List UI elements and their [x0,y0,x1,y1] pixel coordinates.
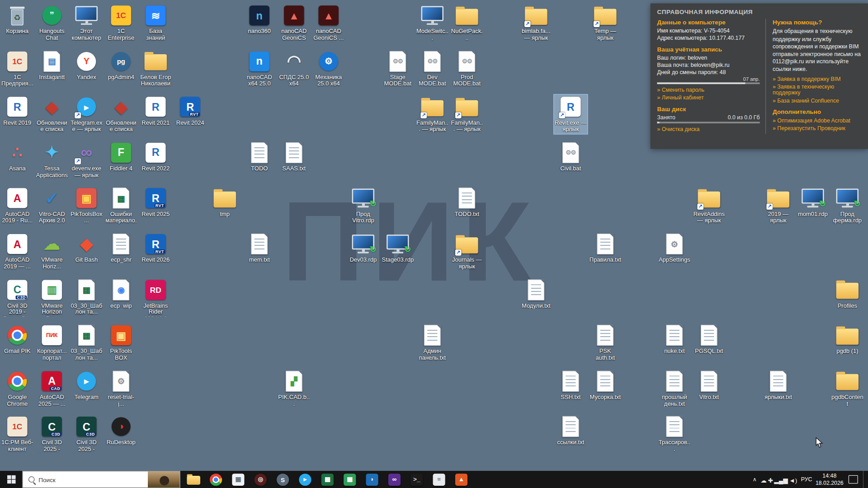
network-icon[interactable]: ▂▄▆ [774,477,788,483]
desktop-icon[interactable]: ▲nanoCAD GeoniCS ... [311,3,346,43]
desktop-icon[interactable]: ↗2019 — ярлык [761,186,796,226]
taskbar-search[interactable]: Поиск [22,471,180,488]
desktop-icon[interactable]: ↻Dev03.rdp [346,231,381,265]
file-explorer-taskbar-button[interactable] [183,471,204,488]
desktop-icon[interactable]: ”Hangouts Chat [35,3,70,43]
panel-link[interactable]: » Оптимизация Adobe Acrobat [773,117,862,123]
volume-icon[interactable]: ◄) [789,477,797,483]
panel-link[interactable]: » Заявка в техническую поддержку [773,84,862,96]
notification-center-button[interactable] [849,475,858,483]
desktop-icon[interactable]: 1С1С:PM Веб-клиент [0,414,35,454]
desktop-icon[interactable]: RRVTRevit 2026 [138,231,173,265]
desktop-icon[interactable]: ≋База знаний Confluence [138,3,173,44]
desktop-icon[interactable]: Белов Егор Николаевич [138,48,173,89]
excel-template-taskbar-button[interactable]: ▦ [339,471,360,488]
desktop-icon[interactable]: TODO.txt [450,186,485,219]
desktop-icon[interactable]: ↗RevitAddins — ярлык [692,186,726,226]
desktop-icon[interactable]: ↗bimlab.fa... — ярлык [519,3,554,43]
show-desktop-button[interactable] [863,471,866,488]
desktop-icon[interactable]: ↻Прод ферма.rdp [830,186,865,226]
desktop-icon[interactable]: ярлыки.txt [761,368,796,402]
desktop-icon[interactable]: CC3DCivil 3D 2025 - Русский ... [35,414,70,455]
desktop-icon[interactable]: 1С1C Enterprise [104,3,139,43]
desktop-icon[interactable]: RRVTRevit 2024 [173,94,208,127]
panel-link[interactable]: » Сменить пароль [657,87,760,93]
onedrive-icon[interactable]: ☁ [760,477,767,483]
desktop-icon[interactable]: Трассиров... [657,414,692,454]
desktop-icon[interactable]: RRevit 2021 [138,94,173,127]
desktop-icon[interactable]: ecp_shr [104,231,139,265]
desktop-icon[interactable]: ∴Asana [0,140,35,174]
desktop-icon[interactable]: PGSQL.txt [692,323,726,356]
panel-link[interactable]: » Очистка диска [657,126,760,132]
desktop-icon[interactable]: mem.txt [242,231,277,265]
desktop-icon[interactable]: RRevit 2022 [138,140,173,174]
desktop-icon[interactable]: nnanoCAD x64 25.0 [242,48,277,89]
desktop-icon[interactable]: ↻Прод Vitro.rdp [346,186,381,226]
flame-app-taskbar-button[interactable]: ▲ [451,471,472,488]
chrome-taskbar-button[interactable] [205,471,226,488]
desktop-icon[interactable]: R↗Revit.exe — ярлык [553,94,588,134]
desktop-icon[interactable]: ✓Vitro-CAD Архив 2.0 [35,186,70,226]
desktop-icon[interactable]: ▦Ошибки материало... [104,186,139,227]
panel-link[interactable]: » База знаний Confluence [773,98,862,103]
desktop-icon[interactable]: SAAS.txt [277,140,311,174]
desktop-icon[interactable]: ссылки.txt [553,414,588,447]
desktop-icon[interactable]: ↗Journals — ярлык [450,231,485,272]
hidden-icons-chevron[interactable]: ∧ [753,476,757,482]
search-highlight-image[interactable] [148,471,179,488]
desktop-icon[interactable]: TODO [242,140,277,174]
desktop-icon[interactable]: RDJetBrains Rider 2024.1.2 [138,277,173,318]
desktop-icon[interactable]: RRVTRevit 2025 [138,186,173,219]
notepad-taskbar-button[interactable]: ≡ [429,471,450,488]
desktop-icon[interactable]: ⚙Механика 25.0 x64 [311,48,346,89]
panel-link[interactable]: » Личный кабинет [657,94,760,100]
desktop-icon[interactable]: Модули.txt [519,277,554,310]
desktop-icon[interactable]: NuGetPack... [450,3,485,43]
desktop-icon[interactable]: ModeSwitc... [415,3,450,43]
desktop-icon[interactable]: ▦03_30_Шаблон та... [69,277,104,317]
desktop-icon[interactable]: ↗Temp — ярлык [588,3,623,43]
desktop-icon[interactable]: YYandex [69,48,104,82]
taskbar-clock[interactable]: 14:48 18.02.2026 [816,473,844,487]
desktop-icon[interactable]: ↗FamilyMan... — ярлык [450,94,485,134]
security-icon[interactable]: ✚ [768,477,773,483]
desktop-icon[interactable]: Админ панель.txt [415,323,450,363]
desktop-icon[interactable]: ▞PIK.CAD.b... [277,368,311,408]
desktop-icon[interactable]: ▸Telegram [69,368,104,402]
desktop-icon[interactable]: CC3DCivil 3D 2025 - Русский ... [69,414,104,455]
calculator-taskbar-button[interactable]: ▦ [227,471,249,488]
desktop-icon[interactable]: прошлый день.txt [657,368,692,408]
desktop-icon[interactable]: ◉ecp_wip [104,277,139,310]
desktop-icon[interactable]: ◑RuDesktop [104,414,139,447]
panel-link[interactable]: » Заявка в поддержку BIM [773,76,862,82]
desktop-icon[interactable]: AAutoCAD 2019 — ... [0,231,35,272]
desktop-icon[interactable]: ◠СПДС 25.0 x64 [277,48,311,89]
desktop-icon[interactable]: ACADAutoCAD 2025 — ... [35,368,70,408]
desktop-icon[interactable]: ▣PikTools BOX [104,323,139,363]
desktop-icon[interactable]: Мусорка.txt [588,368,623,402]
desktop-icon[interactable]: Правила.txt [588,231,623,265]
desktop-icon[interactable]: ⚙AppSettings [657,231,692,265]
desktop-icon[interactable]: ▣PikToolsBox... [69,186,104,226]
language-indicator[interactable]: РУС [801,476,812,482]
desktop-icon[interactable]: FFiddler 4 [104,140,139,174]
desktop-icon[interactable]: Vitro.txt [692,368,726,402]
vscode-taskbar-button[interactable]: ◗ [362,471,383,488]
desktop-icon[interactable]: CC3DCivil 3D 2019 - Русский ... [0,277,35,318]
desktop-icon[interactable]: ▲nanoCAD GeoniCS x... [277,3,311,44]
desktop-icon[interactable]: ▤Instagantt [35,48,70,82]
terminal-taskbar-button[interactable]: >_ [406,471,427,488]
desktop-icon[interactable]: ⚙⚙Stage MODE.bat [381,48,415,89]
desktop-icon[interactable]: 1С1С Предприя... [0,48,35,89]
desktop-icon[interactable]: ⚙⚙Prod MODE.bat [450,48,485,89]
desktop-icon[interactable]: SSH.txt [553,368,588,402]
telegram-taskbar-button[interactable]: ▸ [295,471,316,488]
excel-taskbar-button[interactable]: ▦ [317,471,338,488]
desktop-icon[interactable]: RRevit 2019 [0,94,35,127]
desktop-icon[interactable]: Этот компьютер [69,3,104,43]
desktop-icon[interactable]: nuke.txt [657,323,692,356]
desktop-icon[interactable]: tmp [208,186,242,219]
desktop-icon[interactable]: ↗FamilyMan... — ярлык [415,94,450,134]
start-button[interactable] [0,471,22,488]
